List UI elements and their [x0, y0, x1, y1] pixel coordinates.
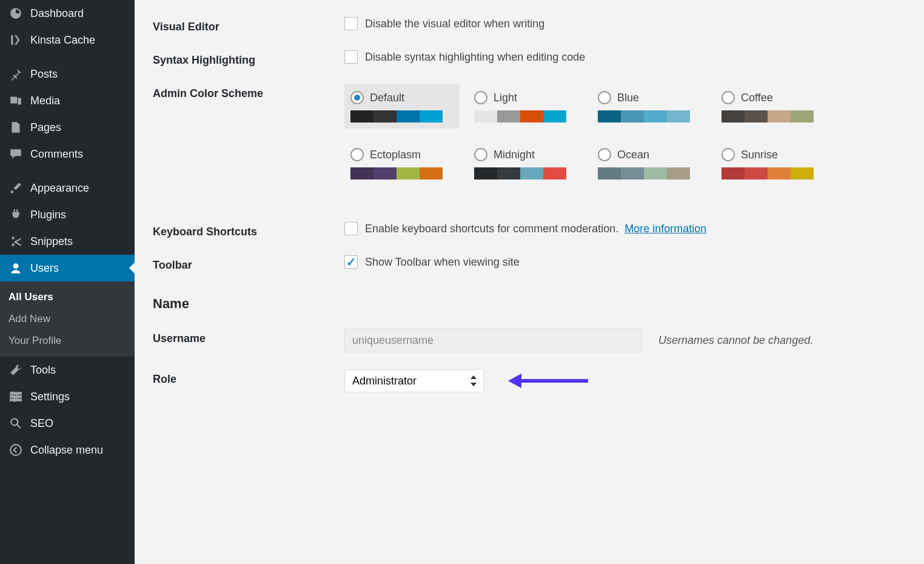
sidebar-item-kinsta[interactable]: Kinsta Cache: [0, 27, 135, 53]
sidebar-item-tools[interactable]: Tools: [0, 357, 135, 383]
scissors-icon: [8, 234, 23, 249]
sidebar-item-users[interactable]: Users: [0, 255, 135, 281]
swatch: [644, 167, 667, 180]
swatch-row: [474, 167, 566, 180]
sidebar-label: Plugins: [30, 209, 66, 221]
swatch-row: [598, 167, 690, 180]
shortcuts-more-link[interactable]: More information: [624, 223, 706, 235]
color-scheme-sunrise[interactable]: Sunrise: [715, 141, 831, 186]
sidebar-item-settings[interactable]: Settings: [0, 383, 135, 410]
swatch: [745, 110, 768, 123]
visual-editor-text: Disable the visual editor when writing: [365, 18, 544, 30]
submenu-add-new[interactable]: Add New: [0, 308, 135, 330]
dashboard-icon: [8, 6, 23, 21]
row-role: Role Administrator: [153, 369, 906, 392]
sidebar-item-dashboard[interactable]: Dashboard: [0, 0, 135, 27]
color-scheme-ectoplasm[interactable]: Ectoplasm: [344, 141, 460, 186]
swatch: [520, 110, 543, 123]
scheme-label: Default: [370, 92, 404, 104]
collapse-icon: [8, 443, 23, 457]
color-scheme-light[interactable]: Light: [468, 84, 583, 129]
radio-icon: [598, 148, 611, 161]
sidebar-label: Collapse menu: [30, 444, 103, 457]
sidebar-label: Media: [30, 95, 60, 107]
sidebar-label: Comments: [30, 148, 83, 161]
sidebar-item-snippets[interactable]: Snippets: [0, 228, 135, 255]
shortcuts-checkbox[interactable]: [344, 222, 358, 235]
svg-point-0: [10, 445, 21, 455]
page-icon: [8, 120, 23, 135]
row-colors: Admin Color Scheme DefaultLightBlueCoffe…: [153, 84, 906, 186]
sidebar-item-seo[interactable]: SEO: [0, 410, 135, 437]
swatch: [791, 110, 814, 123]
swatch: [497, 167, 520, 180]
swatch: [745, 167, 768, 180]
row-username: Username Usernames cannot be changed.: [153, 329, 906, 352]
kinsta-icon: [8, 33, 23, 47]
row-toolbar: Toolbar Show Toolbar when viewing site: [153, 255, 906, 272]
label-role: Role: [153, 369, 344, 386]
annotation-arrow: [508, 374, 588, 388]
radio-icon: [350, 148, 364, 161]
swatch: [474, 110, 497, 123]
radio-icon: [721, 91, 735, 104]
toolbar-checkbox[interactable]: [344, 255, 358, 269]
profile-form: Visual Editor Disable the visual editor …: [135, 0, 924, 564]
swatch: [721, 110, 745, 123]
sidebar-item-pages[interactable]: Pages: [0, 114, 135, 141]
toolbar-text: Show Toolbar when viewing site: [365, 256, 520, 269]
shortcuts-text: Enable keyboard shortcuts for comment mo…: [365, 223, 618, 235]
submenu-your-profile[interactable]: Your Profile: [0, 330, 135, 352]
swatch: [721, 167, 745, 180]
shortcuts-option[interactable]: Enable keyboard shortcuts for comment mo…: [344, 222, 618, 235]
brush-icon: [8, 181, 23, 195]
plug-icon: [8, 207, 23, 222]
visual-editor-checkbox[interactable]: [344, 17, 358, 30]
sidebar-label: Settings: [30, 391, 70, 403]
swatch-row: [598, 110, 690, 123]
color-scheme-midnight[interactable]: Midnight: [468, 141, 583, 186]
syntax-option[interactable]: Disable syntax highlighting when editing…: [344, 50, 585, 64]
swatch-row: [721, 167, 814, 180]
scheme-label: Blue: [617, 92, 639, 104]
swatch-row: [350, 167, 443, 180]
color-scheme-grid: DefaultLightBlueCoffeeEctoplasmMidnightO…: [344, 84, 831, 186]
toolbar-option[interactable]: Show Toolbar when viewing site: [344, 255, 520, 269]
sidebar-item-comments[interactable]: Comments: [0, 141, 135, 167]
color-scheme-blue[interactable]: Blue: [592, 84, 707, 129]
visual-editor-option[interactable]: Disable the visual editor when writing: [344, 17, 544, 30]
row-visual-editor: Visual Editor Disable the visual editor …: [153, 17, 906, 33]
pin-icon: [8, 67, 23, 81]
color-scheme-coffee[interactable]: Coffee: [715, 84, 831, 129]
swatch: [420, 110, 443, 123]
sidebar-item-appearance[interactable]: Appearance: [0, 175, 135, 201]
swatch: [373, 167, 397, 180]
menu-separator: [0, 167, 135, 175]
swatch: [397, 167, 420, 180]
sidebar-label: Posts: [30, 68, 58, 81]
sidebar-item-plugins[interactable]: Plugins: [0, 201, 135, 228]
wrench-icon: [8, 363, 23, 377]
label-username: Username: [153, 329, 344, 345]
sidebar-label: Pages: [30, 121, 61, 134]
arrow-head-icon: [508, 374, 521, 388]
color-scheme-ocean[interactable]: Ocean: [592, 141, 707, 186]
sidebar-label: Appearance: [30, 182, 89, 195]
scheme-label: Ocean: [617, 149, 649, 161]
sidebar-submenu: All Users Add New Your Profile: [0, 281, 135, 357]
media-icon: [8, 93, 23, 108]
scheme-label: Light: [494, 92, 517, 104]
sidebar-item-media[interactable]: Media: [0, 87, 135, 114]
sidebar-item-posts[interactable]: Posts: [0, 61, 135, 87]
sidebar-collapse[interactable]: Collapse menu: [0, 437, 135, 463]
swatch: [644, 110, 667, 123]
submenu-all-users[interactable]: All Users: [0, 286, 135, 308]
color-scheme-default[interactable]: Default: [344, 84, 460, 129]
role-select[interactable]: Administrator: [344, 369, 484, 392]
username-help: Usernames cannot be changed.: [658, 334, 813, 347]
swatch: [397, 110, 420, 123]
username-input: [344, 329, 641, 352]
radio-icon: [474, 148, 487, 161]
swatch: [350, 167, 373, 180]
syntax-checkbox[interactable]: [344, 50, 358, 64]
